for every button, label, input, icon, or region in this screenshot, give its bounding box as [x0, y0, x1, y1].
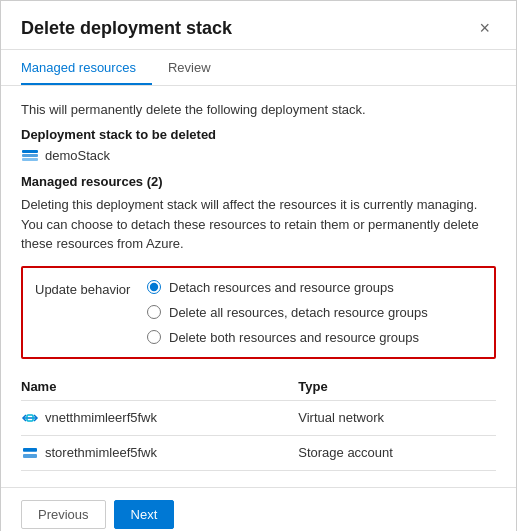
info-text: This will permanently delete the followi… — [21, 102, 496, 117]
svg-rect-2 — [22, 158, 38, 161]
deployment-stack-label: Deployment stack to be deleted — [21, 127, 496, 142]
stack-name-row: demoStack — [21, 146, 496, 164]
description-text: Deleting this deployment stack will affe… — [21, 195, 496, 254]
svg-rect-6 — [23, 454, 37, 458]
radio-option-detach[interactable]: Detach resources and resource groups — [147, 280, 428, 295]
next-button[interactable]: Next — [114, 500, 175, 529]
update-behavior-box: Update behavior Detach resources and res… — [21, 266, 496, 359]
update-behavior-label: Update behavior — [35, 280, 135, 345]
dialog-header: Delete deployment stack × — [1, 1, 516, 50]
table-row: storethmimleef5fwk Storage account — [21, 435, 496, 470]
resource-name-cell-1: vnetthmimleerf5fwk — [21, 400, 298, 435]
vnet-icon — [21, 409, 39, 427]
table-row: vnetthmimleerf5fwk Virtual network — [21, 400, 496, 435]
resource-name-1: vnetthmimleerf5fwk — [45, 410, 157, 425]
radio-detach-label: Detach resources and resource groups — [169, 280, 394, 295]
previous-button[interactable]: Previous — [21, 500, 106, 529]
col-header-type: Type — [298, 373, 496, 401]
tab-review[interactable]: Review — [168, 50, 227, 85]
resource-name-cell-2: storethmimleef5fwk — [21, 435, 298, 470]
resource-name-2: storethmimleef5fwk — [45, 445, 157, 460]
radio-option-delete-both[interactable]: Delete both resources and resource group… — [147, 330, 428, 345]
stack-name: demoStack — [45, 148, 110, 163]
tabs: Managed resources Review — [1, 50, 516, 86]
dialog-body: This will permanently delete the followi… — [1, 86, 516, 487]
svg-rect-0 — [22, 150, 38, 153]
radio-detach[interactable] — [147, 280, 161, 294]
radio-option-delete-detach[interactable]: Delete all resources, detach resource gr… — [147, 305, 428, 320]
managed-resources-label: Managed resources (2) — [21, 174, 496, 189]
stack-icon — [21, 146, 39, 164]
radio-delete-detach-label: Delete all resources, detach resource gr… — [169, 305, 428, 320]
resource-type-2: Storage account — [298, 435, 496, 470]
resource-type-1: Virtual network — [298, 400, 496, 435]
svg-rect-1 — [22, 154, 38, 157]
resources-table: Name Type — [21, 373, 496, 471]
svg-rect-5 — [23, 448, 37, 452]
close-button[interactable]: × — [473, 17, 496, 39]
tab-managed-resources[interactable]: Managed resources — [21, 50, 152, 85]
radio-delete-both[interactable] — [147, 330, 161, 344]
radio-delete-detach[interactable] — [147, 305, 161, 319]
dialog-footer: Previous Next — [1, 487, 516, 532]
radio-options: Detach resources and resource groups Del… — [147, 280, 428, 345]
dialog-title: Delete deployment stack — [21, 18, 232, 39]
delete-deployment-stack-dialog: Delete deployment stack × Managed resour… — [0, 0, 517, 531]
col-header-name: Name — [21, 373, 298, 401]
storage-icon — [21, 444, 39, 462]
radio-delete-both-label: Delete both resources and resource group… — [169, 330, 419, 345]
